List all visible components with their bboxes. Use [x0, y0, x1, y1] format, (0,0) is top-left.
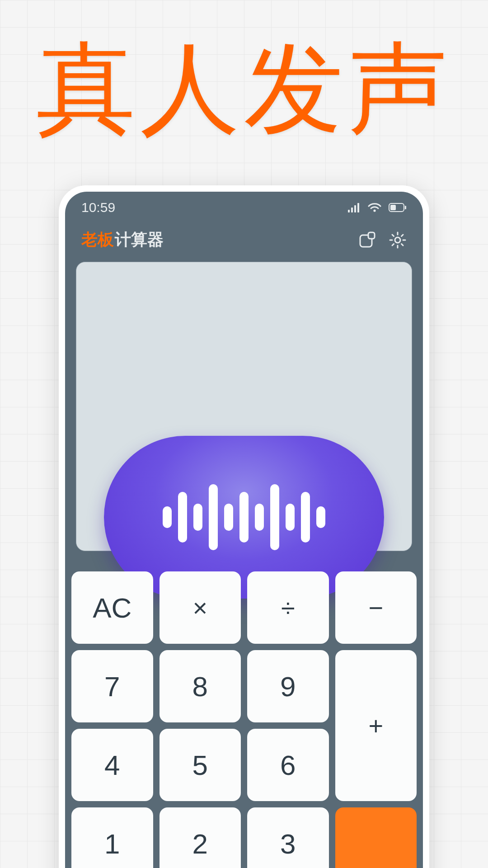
- app-title-accent: 老板: [81, 229, 114, 251]
- wifi-icon: [368, 203, 381, 212]
- phone-frame: 10:59 老板 计算器: [59, 185, 429, 868]
- signal-icon: [348, 203, 361, 212]
- key-minus[interactable]: −: [335, 571, 417, 644]
- key-5[interactable]: 5: [160, 729, 241, 801]
- app-header: 老板 计算器: [65, 220, 423, 262]
- svg-line-17: [392, 244, 394, 245]
- key-1[interactable]: 1: [71, 807, 153, 868]
- gear-icon[interactable]: [389, 231, 407, 249]
- window-icon[interactable]: [358, 231, 376, 249]
- status-time: 10:59: [81, 200, 115, 215]
- key-2[interactable]: 2: [160, 807, 241, 868]
- key-6[interactable]: 6: [247, 729, 329, 801]
- key-3[interactable]: 3: [247, 807, 329, 868]
- key-7[interactable]: 7: [71, 650, 153, 722]
- svg-line-16: [402, 244, 404, 245]
- svg-rect-1: [351, 208, 353, 212]
- svg-line-18: [402, 235, 404, 236]
- status-icons: [348, 203, 407, 212]
- svg-rect-6: [405, 206, 406, 209]
- key-ac[interactable]: AC: [71, 571, 153, 644]
- promo-headline: 真人发声: [0, 23, 488, 157]
- svg-rect-2: [354, 205, 356, 212]
- svg-rect-0: [348, 210, 350, 212]
- key-8[interactable]: 8: [160, 650, 241, 722]
- svg-point-10: [395, 237, 400, 243]
- app-title-rest: 计算器: [115, 229, 164, 251]
- svg-line-15: [392, 235, 394, 236]
- sound-wave-icon: [163, 484, 325, 550]
- svg-rect-9: [368, 232, 375, 239]
- key-9[interactable]: 9: [247, 650, 329, 722]
- battery-icon: [389, 203, 407, 212]
- key-plus[interactable]: +: [335, 650, 417, 801]
- app-title: 老板 计算器: [81, 229, 164, 251]
- key-divide[interactable]: ÷: [247, 571, 329, 644]
- status-bar: 10:59: [65, 192, 423, 220]
- svg-rect-7: [390, 205, 396, 210]
- svg-point-4: [373, 209, 375, 212]
- key-equals[interactable]: =: [335, 807, 417, 868]
- keypad: AC × ÷ − 7 8 9 + 4 5 6 1 2 3 =: [71, 571, 417, 868]
- svg-rect-3: [357, 203, 359, 212]
- key-multiply[interactable]: ×: [160, 571, 241, 644]
- phone-screen: 10:59 老板 计算器: [65, 192, 423, 868]
- key-4[interactable]: 4: [71, 729, 153, 801]
